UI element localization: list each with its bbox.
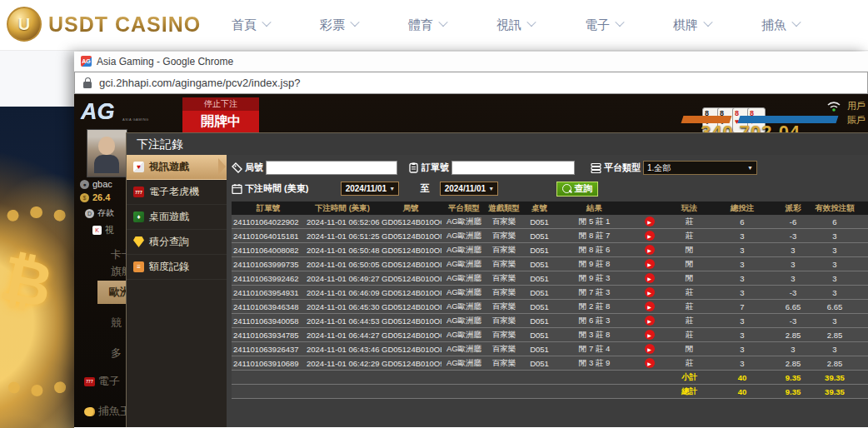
- round-input[interactable]: [266, 161, 397, 175]
- replay-button[interactable]: ▶: [645, 259, 655, 269]
- cell-platform: AG歐洲廳: [441, 356, 486, 371]
- menu-item-2[interactable]: ♦桌面遊戲: [127, 205, 227, 230]
- date-to-select[interactable]: 2024/11/01 ▼: [440, 182, 498, 196]
- replay-button[interactable]: ▶: [645, 287, 655, 297]
- cell-payout: -3: [773, 229, 813, 243]
- search-button[interactable]: 查詢: [556, 182, 598, 197]
- table-header-cell: 遊戲類型: [486, 202, 521, 215]
- cell-round: GD05124B010OC: [380, 328, 441, 342]
- menu-item-0[interactable]: ♥視訊遊戲: [127, 155, 227, 180]
- cell-valid-bet: 2.85: [813, 328, 856, 342]
- cell-round: GD05124B010OB: [380, 342, 441, 356]
- cell-table: D051: [521, 271, 557, 286]
- cell-result: 閒 8 莊 6: [557, 243, 631, 257]
- betting-status-badge: 停止下注 開牌中: [182, 97, 259, 132]
- nav-item-6[interactable]: 捕魚: [761, 17, 800, 33]
- menu-item-label: 桌面遊戲: [149, 210, 189, 224]
- replay-button[interactable]: ▶: [645, 358, 655, 368]
- cell-platform: AG歐洲廳: [441, 286, 486, 300]
- chevron-down-icon: [703, 17, 712, 27]
- cell-payout: -6: [773, 215, 813, 229]
- balance-row: $ 26.4: [80, 192, 110, 202]
- cell-result: 閒 3 莊 9: [557, 356, 631, 371]
- lobby-item-3[interactable]: 多: [111, 346, 122, 361]
- cell-play: 莊: [667, 286, 711, 300]
- cell-order: 241101064008082: [232, 243, 305, 257]
- menu-item-3[interactable]: 積分查詢: [127, 230, 227, 255]
- menu-item-4[interactable]: ≡額度記錄: [127, 255, 227, 280]
- replay-button[interactable]: ▶: [645, 216, 655, 226]
- nav-item-0[interactable]: 首頁: [232, 17, 270, 33]
- cell-game: 百家樂: [486, 342, 521, 356]
- replay-button[interactable]: ▶: [645, 231, 655, 241]
- cell-valid-bet: 3: [813, 314, 856, 328]
- replay-button[interactable]: ▶: [645, 273, 655, 283]
- menu-item-label: 額度記錄: [149, 260, 189, 274]
- panel-side-menu: ♥視訊遊戲777電子老虎機♦桌面遊戲積分查詢≡額度記錄: [127, 155, 227, 427]
- nav-item-3[interactable]: 視訊: [496, 17, 535, 33]
- sum-payout: 9.35: [773, 385, 813, 399]
- username-row: ● gbac: [80, 179, 112, 189]
- account-label[interactable]: 賬戶: [847, 113, 866, 127]
- deposit-row[interactable]: D 存款: [85, 207, 114, 219]
- deposit-icon: D: [85, 209, 94, 218]
- video-tab-row[interactable]: K 視: [92, 224, 114, 236]
- user-label[interactable]: 用戶: [847, 99, 866, 113]
- site-logo[interactable]: U USDT CASINO: [7, 7, 201, 42]
- usdt-coin-icon: U: [7, 7, 42, 42]
- clipboard-icon: [408, 162, 419, 173]
- slot-777-icon: 777: [84, 377, 95, 386]
- cell-game: 百家樂: [486, 286, 521, 300]
- cell-play: 莊: [667, 328, 711, 342]
- cell-time: 2024-11-01 06:45:30: [305, 300, 380, 314]
- nav-item-1[interactable]: 彩票: [320, 17, 358, 33]
- nav-item-4[interactable]: 電子: [585, 17, 623, 33]
- lobby-item-2[interactable]: 競: [111, 316, 122, 331]
- date-from-select[interactable]: 2024/11/01 ▼: [341, 182, 399, 196]
- chrome-titlebar[interactable]: AG Asia Gaming - Google Chrome: [74, 52, 868, 72]
- cell-valid-bet: 3: [813, 271, 856, 286]
- cell-play: 閒: [667, 271, 711, 286]
- table-header-cell: 桌號: [521, 202, 557, 215]
- menu-item-1[interactable]: 777電子老虎機: [127, 180, 227, 205]
- cell-round: GD05124B010OF: [380, 286, 441, 300]
- replay-button[interactable]: ▶: [645, 301, 655, 311]
- date-to-value: 2024/11/01: [445, 184, 486, 193]
- game-content: AG ASIA GAMING 停止下注 開牌中 ● gbac $ 26.4 D …: [74, 94, 868, 427]
- cell-round: GD05124B010OO: [380, 215, 441, 229]
- gem-icon: [133, 236, 144, 247]
- cell-order: 241101064022902: [232, 215, 305, 229]
- cell-play: 莊: [667, 229, 711, 243]
- lobby-item-5[interactable]: 捕魚王: [84, 404, 131, 419]
- cell-result: 閒 2 莊 8: [557, 300, 631, 314]
- cell-payout: 6.65: [773, 300, 813, 314]
- order-filter-label: 訂單號: [422, 162, 449, 174]
- cell-status: 已: [856, 243, 868, 257]
- cell-platform: AG歐洲廳: [441, 257, 486, 271]
- nav-item-5[interactable]: 棋牌: [673, 17, 711, 33]
- chrome-urlbar[interactable]: gci.2hhapi.com/agingame/pcv2/index.jsp?: [74, 72, 868, 94]
- sum-label: 小計: [667, 371, 711, 385]
- platform-select[interactable]: 1.全部 ▼: [643, 161, 757, 175]
- replay-button[interactable]: ▶: [645, 344, 655, 354]
- replay-button[interactable]: ▶: [645, 245, 655, 255]
- nav-item-2[interactable]: 體育: [408, 17, 446, 33]
- cell-bet: 3: [711, 243, 773, 257]
- table-row: 2411010640151812024-11-01 06:51:25GD0512…: [232, 229, 868, 243]
- cell-bet: 3: [711, 314, 773, 328]
- table-header-cell: 局號: [380, 202, 441, 215]
- tablegames-icon: ♦: [133, 212, 144, 222]
- nav-item-label: 捕魚: [761, 17, 786, 33]
- right-edge-labels: 用戶 賬戶: [847, 99, 866, 127]
- cell-platform: AG歐洲廳: [441, 271, 486, 286]
- table-header-cell: 派彩: [773, 202, 813, 215]
- replay-button[interactable]: ▶: [645, 316, 655, 326]
- subtotal-row: 小計409.3539.35: [232, 371, 868, 385]
- replay-button[interactable]: ▶: [645, 330, 655, 340]
- order-input[interactable]: [451, 161, 575, 175]
- cell-play: 閒: [667, 243, 711, 257]
- lobby-item-4[interactable]: 777電子: [84, 374, 120, 389]
- cell-payout: 3: [773, 271, 813, 286]
- nav-item-label: 電子: [585, 17, 610, 33]
- table-header-cell: 平台類型: [441, 202, 486, 215]
